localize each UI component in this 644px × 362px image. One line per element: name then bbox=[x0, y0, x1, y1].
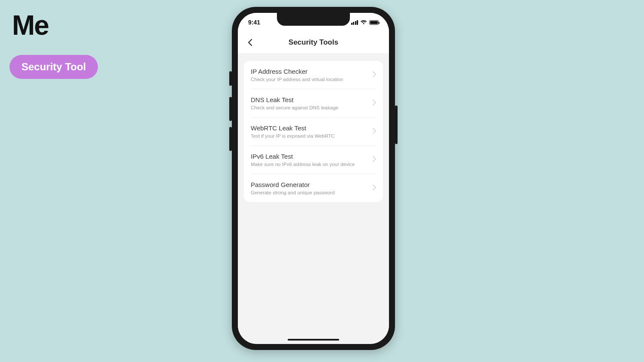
page-title: Security Tools bbox=[289, 38, 338, 47]
phone-frame: 9:41 Security Tools bbox=[232, 7, 395, 350]
chevron-left-icon bbox=[247, 39, 252, 46]
tool-subtitle: Check your IP address and virtual locati… bbox=[251, 77, 369, 82]
chevron-right-icon bbox=[373, 100, 376, 107]
phone-screen: 9:41 Security Tools bbox=[238, 13, 389, 344]
tool-title: Password Generator bbox=[251, 181, 369, 188]
nav-header: Security Tools bbox=[238, 32, 389, 53]
tool-subtitle: Test if your IP is exposed via WebRTC bbox=[251, 133, 369, 139]
tool-subtitle: Make sure no IPv6 address leak on your d… bbox=[251, 162, 369, 167]
tool-title: DNS Leak Test bbox=[251, 96, 369, 103]
content-area: IP Address Checker Check your IP address… bbox=[238, 53, 389, 344]
chevron-right-icon bbox=[373, 71, 376, 79]
phone-side-button bbox=[229, 97, 232, 121]
tool-title: IP Address Checker bbox=[251, 68, 369, 75]
tool-title: IPv6 Leak Test bbox=[251, 153, 369, 160]
status-icons bbox=[351, 20, 379, 25]
tool-row-ip-address-checker[interactable]: IP Address Checker Check your IP address… bbox=[251, 61, 376, 89]
tool-row-webrtc-leak-test[interactable]: WebRTC Leak Test Test if your IP is expo… bbox=[251, 118, 376, 146]
phone-side-button bbox=[229, 71, 232, 86]
annotation-me-label: Me bbox=[12, 9, 49, 41]
phone-side-button bbox=[229, 127, 232, 151]
back-button[interactable] bbox=[245, 37, 255, 48]
annotation-security-tool-pill: Security Tool bbox=[9, 55, 98, 79]
tool-title: WebRTC Leak Test bbox=[251, 124, 369, 132]
wifi-icon bbox=[360, 20, 367, 25]
tool-subtitle: Check and secure against DNS leakage bbox=[251, 105, 369, 110]
tool-subtitle: Generate strong and unique password bbox=[251, 190, 369, 195]
tool-row-password-generator[interactable]: Password Generator Generate strong and u… bbox=[251, 174, 376, 202]
home-indicator bbox=[288, 339, 339, 341]
cellular-signal-icon bbox=[351, 20, 358, 25]
phone-notch bbox=[277, 13, 350, 26]
battery-icon bbox=[369, 20, 379, 25]
security-tools-card: IP Address Checker Check your IP address… bbox=[244, 61, 383, 202]
status-time: 9:41 bbox=[248, 19, 260, 26]
chevron-right-icon bbox=[373, 184, 376, 192]
tool-row-dns-leak-test[interactable]: DNS Leak Test Check and secure against D… bbox=[251, 89, 376, 118]
tool-row-ipv6-leak-test[interactable]: IPv6 Leak Test Make sure no IPv6 address… bbox=[251, 146, 376, 174]
phone-side-button bbox=[395, 106, 398, 144]
chevron-right-icon bbox=[373, 128, 376, 136]
chevron-right-icon bbox=[373, 156, 376, 164]
